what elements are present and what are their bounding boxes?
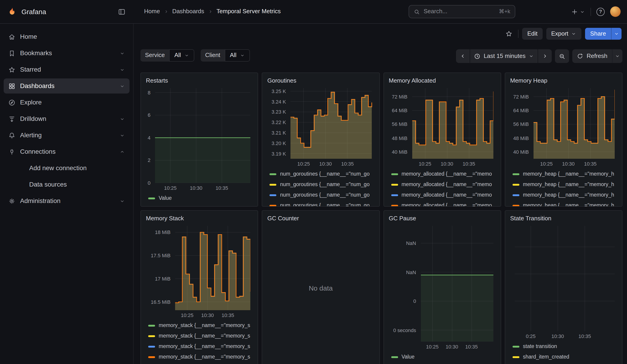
sidebar-item-administration[interactable]: Administration <box>4 193 129 208</box>
legend-item[interactable]: memory_allocated {__name__="memo <box>391 179 496 190</box>
panel-title[interactable]: State Transition <box>510 214 617 224</box>
x-axis-label: 10:30 <box>441 160 453 167</box>
export-button[interactable]: Export <box>546 28 581 40</box>
y-axis-label: 48 MiB <box>510 135 529 141</box>
sidebar-item-starred[interactable]: Starred <box>4 62 129 77</box>
panel-title[interactable]: Memory Allocated <box>389 76 496 86</box>
refresh-button[interactable]: Refresh <box>573 49 612 63</box>
legend-item[interactable]: memory_stack {__name__="memory_s <box>148 331 253 341</box>
x-axis: 10:2510:3010:35 <box>146 183 253 192</box>
plot-region[interactable] <box>533 88 615 159</box>
sidebar-item-explore[interactable]: Explore <box>4 95 129 110</box>
legend-item[interactable]: memory_stack {__name__="memory_s <box>148 341 253 352</box>
panel-title[interactable]: Memory Stack <box>146 214 253 224</box>
sidebar-item-drilldown[interactable]: Drilldown <box>4 111 129 126</box>
sidebar-item-connections[interactable]: Connections <box>4 144 129 159</box>
chevron-up-icon[interactable] <box>119 149 125 155</box>
legend-item[interactable]: memory_heap {__name__="memory_h <box>513 179 617 190</box>
panel-title[interactable]: GC Counter <box>267 214 374 224</box>
chevron-down-icon[interactable] <box>119 51 125 56</box>
share-button[interactable]: Share <box>585 28 611 40</box>
y-axis-label: 0 seconds <box>389 327 416 333</box>
sidebar-item-add-new-connection[interactable]: Add new connection <box>4 160 129 176</box>
time-range-picker[interactable]: Last 15 minutes <box>470 49 538 63</box>
time-range-back-button[interactable] <box>456 49 470 63</box>
plot-region[interactable] <box>515 226 615 331</box>
y-axis-label: NaN <box>389 240 416 246</box>
x-axis-label: 10:30 <box>319 160 332 167</box>
legend-item[interactable]: memory_allocated {__name__="memo <box>391 190 496 200</box>
chevron-down-icon[interactable] <box>119 83 125 89</box>
x-axis-label: 10:30 <box>562 160 575 167</box>
legend-label: num_goroutines {__name__="num_go <box>280 192 369 199</box>
legend-item[interactable]: memory_allocated {__name__="memo <box>391 200 496 206</box>
sidebar-item-data-sources[interactable]: Data sources <box>4 177 129 192</box>
new-menu-button[interactable] <box>569 5 587 18</box>
y-axis-label: 56 MiB <box>510 122 529 127</box>
variable-value-dropdown[interactable]: All <box>225 49 250 62</box>
legend-item[interactable]: state transition <box>513 341 617 352</box>
sidebar-item-dashboards[interactable]: Dashboards <box>4 78 129 94</box>
plot-region[interactable] <box>421 226 493 342</box>
panel-memory-allocated: Memory Allocated72 MiB64 MiB56 MiB48 MiB… <box>383 73 501 207</box>
plot-region[interactable] <box>291 88 372 159</box>
legend-item[interactable]: Value <box>391 352 496 362</box>
sidebar-item-home[interactable]: Home <box>4 29 129 44</box>
legend-item[interactable]: memory_heap {__name__="memory_h <box>513 190 617 200</box>
legend-item[interactable]: memory_stack {__name__="memory_s <box>148 320 253 331</box>
panel-title[interactable]: Memory Heap <box>510 76 617 86</box>
legend-item[interactable]: memory_heap {__name__="memory_h <box>513 200 617 206</box>
help-icon: ? <box>596 7 605 16</box>
refresh-interval-dropdown[interactable] <box>612 49 623 63</box>
time-controls: Last 15 minutes Refresh <box>456 49 623 63</box>
variable-value-dropdown[interactable]: All <box>169 49 194 62</box>
legend-color-marker <box>513 356 519 358</box>
legend-item[interactable]: memory_allocated {__name__="memo <box>391 169 496 179</box>
sidebar-item-label: Explore <box>20 98 42 106</box>
legend-item[interactable]: Value <box>148 193 253 204</box>
legend-item[interactable]: num_goroutines {__name__="num_go <box>270 200 374 206</box>
share-dropdown-button[interactable] <box>611 28 622 40</box>
y-axis-label: 17 MiB <box>146 276 170 281</box>
chevron-down-icon[interactable] <box>119 133 125 138</box>
plot-region[interactable] <box>412 88 493 159</box>
search-box: ⌘+k <box>409 5 515 18</box>
sidebar-item-bookmarks[interactable]: Bookmarks <box>4 46 129 61</box>
chart-area: 86420 <box>146 88 253 183</box>
panel-title[interactable]: Goroutines <box>267 76 374 86</box>
user-avatar[interactable] <box>610 6 621 17</box>
legend-item[interactable]: num_goroutines {__name__="num_go <box>270 190 374 200</box>
variable-value: All <box>230 52 236 59</box>
panel-title[interactable]: GC Pause <box>389 214 496 224</box>
legend-item[interactable]: memory_stack {__name__="memory_s <box>148 352 253 362</box>
legend-item[interactable]: num_goroutines {__name__="num_go <box>270 179 374 190</box>
sidebar-toggle-button[interactable] <box>116 6 127 17</box>
dashboard-toolbar: Edit Export Share <box>134 24 627 44</box>
edit-button[interactable]: Edit <box>522 28 543 40</box>
variable-label: Service <box>140 49 169 62</box>
panel-title[interactable]: Restarts <box>146 76 253 86</box>
legend-item[interactable]: num_goroutines {__name__="num_go <box>270 169 374 179</box>
plot-region[interactable] <box>155 88 251 183</box>
zoom-out-button[interactable] <box>555 49 569 63</box>
breadcrumb-item-dashboards[interactable]: Dashboards <box>170 7 206 16</box>
plot-region[interactable] <box>175 226 251 310</box>
favorite-dashboard-button[interactable] <box>504 28 515 40</box>
search-icon <box>414 8 420 15</box>
chevron-down-icon[interactable] <box>119 198 125 204</box>
legend-item[interactable]: shard_item_created <box>513 352 617 362</box>
y-axis-label: 72 MiB <box>389 94 408 100</box>
help-button[interactable]: ? <box>595 5 607 18</box>
body-row: HomeBookmarksStarredDashboardsExploreDri… <box>0 24 627 364</box>
legend-item[interactable]: memory_heap {__name__="memory_h <box>513 169 617 179</box>
legend-label: Value <box>402 354 415 360</box>
chevron-down-icon[interactable] <box>119 116 125 122</box>
y-axis-label: 8 <box>146 90 151 95</box>
chevron-down-icon <box>529 53 534 59</box>
chevron-down-icon[interactable] <box>119 67 125 72</box>
sidebar-item-alerting[interactable]: Alerting <box>4 128 129 143</box>
search-input[interactable] <box>424 8 495 15</box>
legend-color-marker <box>391 194 398 196</box>
time-range-forward-button[interactable] <box>538 49 552 63</box>
breadcrumb-item-home[interactable]: Home <box>142 7 162 16</box>
